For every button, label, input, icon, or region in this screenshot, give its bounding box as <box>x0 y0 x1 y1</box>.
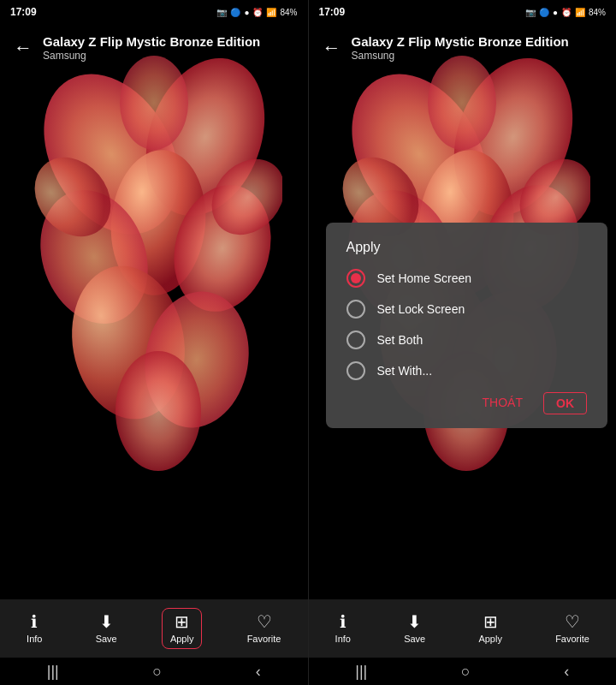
dialog-option-home-label: Set Home Screen <box>377 271 472 285</box>
fb-icon: 🔵 <box>230 8 240 17</box>
radio-home[interactable] <box>346 269 365 288</box>
apply-dialog: Apply Set Home Screen Set Lock Screen Se… <box>326 223 608 428</box>
dialog-ok-button[interactable]: OK <box>543 392 587 414</box>
radio-with[interactable] <box>346 361 365 380</box>
time-left: 17:09 <box>10 6 37 18</box>
dialog-option-both-label: Set Both <box>377 333 424 347</box>
header-subtitle-left: Samsung <box>43 50 260 62</box>
header-title-left: Galaxy Z Flip Mystic Bronze Edition <box>43 34 260 50</box>
bottom-btn-favorite-left[interactable]: ♡ Favorite <box>239 608 290 649</box>
right-panel: 17:09 📷 🔵 ● ⏰ 📶 84% ← Galaxy Z Flip Myst… <box>309 0 617 685</box>
radio-home-inner <box>351 273 361 283</box>
dialog-option-with-label: Set With... <box>377 364 433 378</box>
radio-lock[interactable] <box>346 300 365 319</box>
nav-bar-left: ||| ○ ‹ <box>0 658 308 685</box>
favorite-label-left: Favorite <box>247 634 281 644</box>
nav-home-left[interactable]: ○ <box>152 663 162 681</box>
battery-text: 84% <box>280 8 297 17</box>
header-title-block-left: Galaxy Z Flip Mystic Bronze Edition Sams… <box>43 34 260 62</box>
status-bar-left: 17:09 📷 🔵 ● ⏰ 📶 84% <box>0 0 308 24</box>
dot-icon: ● <box>244 8 249 17</box>
dialog-title: Apply <box>346 240 588 255</box>
camera-icon: 📷 <box>216 8 227 17</box>
svg-point-7 <box>116 351 201 471</box>
left-panel: 17:09 📷 🔵 ● ⏰ 📶 84% ← Galaxy Z Flip Myst… <box>0 0 308 685</box>
dialog-overlay: Apply Set Home Screen Set Lock Screen Se… <box>309 0 617 685</box>
dialog-option-lock-label: Set Lock Screen <box>377 302 465 316</box>
bottom-btn-save-left[interactable]: ⬇ Save <box>87 608 126 649</box>
save-label-left: Save <box>96 634 117 644</box>
apply-label-left: Apply <box>170 634 194 644</box>
nav-recent-left[interactable]: ||| <box>47 663 59 681</box>
dialog-option-both[interactable]: Set Both <box>346 331 588 349</box>
dialog-option-home[interactable]: Set Home Screen <box>346 269 588 288</box>
flower-illustration-left <box>26 51 282 531</box>
bottom-bar-left: ℹ Info ⬇ Save ⊞ Apply ♡ Favorite <box>0 599 308 658</box>
bottom-btn-apply-left[interactable]: ⊞ Apply <box>162 608 203 649</box>
signal-icon: 📶 <box>266 8 276 17</box>
apply-icon-left: ⊞ <box>175 613 189 630</box>
nav-back-left[interactable]: ‹ <box>256 663 261 681</box>
info-icon-left: ℹ <box>31 613 38 630</box>
dialog-actions: THOÁT OK <box>346 392 588 414</box>
dialog-option-lock[interactable]: Set Lock Screen <box>346 300 588 319</box>
info-label-left: Info <box>27 634 42 644</box>
wallpaper-left <box>0 0 308 685</box>
alarm-icon: ⏰ <box>252 8 263 17</box>
radio-both[interactable] <box>346 331 365 349</box>
dialog-cancel-button[interactable]: THOÁT <box>476 392 530 414</box>
back-button-left[interactable]: ← <box>14 37 33 59</box>
status-icons-left: 📷 🔵 ● ⏰ 📶 84% <box>216 8 297 17</box>
app-header-left: ← Galaxy Z Flip Mystic Bronze Edition Sa… <box>0 24 308 72</box>
favorite-icon-left: ♡ <box>257 613 272 630</box>
save-icon-left: ⬇ <box>99 613 114 630</box>
dialog-option-with[interactable]: Set With... <box>346 361 588 380</box>
bottom-btn-info-left[interactable]: ℹ Info <box>18 608 50 649</box>
